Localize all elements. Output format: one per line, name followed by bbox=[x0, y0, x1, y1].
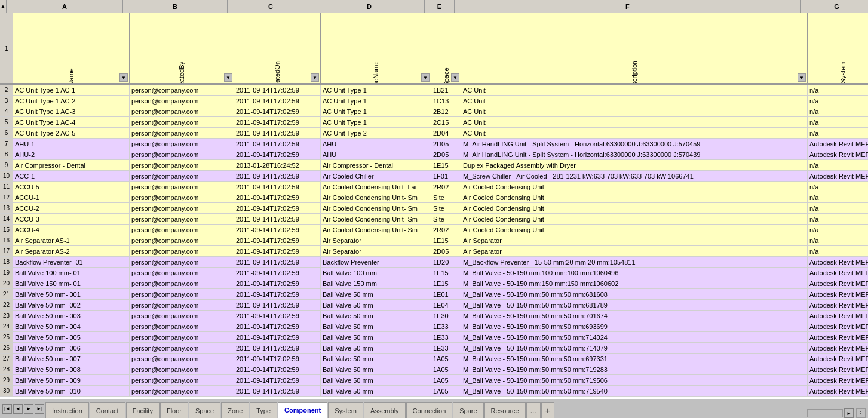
cell-createdon[interactable]: 2011-09-14T17:02:59 bbox=[234, 278, 321, 288]
tab-instruction[interactable]: Instruction bbox=[45, 402, 89, 418]
sheet-options[interactable]: ⋮ bbox=[856, 408, 866, 418]
tab-facility[interactable]: Facility bbox=[126, 402, 160, 418]
cell-extsystem[interactable]: Autodesk Revit MEP 20 bbox=[808, 375, 868, 385]
cell-space[interactable]: 1E15 bbox=[431, 160, 461, 170]
cell-name[interactable]: Ball Valve 50 mm- 010 bbox=[13, 386, 130, 396]
table-row[interactable]: 5AC Unit Type 1 AC-4person@company.com20… bbox=[0, 117, 868, 128]
cell-extsystem[interactable]: n/a bbox=[808, 96, 868, 106]
cell-createdby[interactable]: person@company.com bbox=[130, 375, 234, 385]
cell-createdon[interactable]: 2011-09-14T17:02:59 bbox=[234, 117, 321, 127]
cell-typename[interactable]: Ball Valve 50 mm bbox=[321, 386, 431, 396]
cell-extsystem[interactable]: n/a bbox=[808, 128, 868, 138]
cell-createdon[interactable]: 2011-09-14T17:02:59 bbox=[234, 235, 321, 245]
tab-more[interactable]: ... bbox=[526, 402, 541, 418]
tab-add-sheet[interactable]: + bbox=[541, 402, 554, 418]
cell-space[interactable]: 1A05 bbox=[431, 375, 461, 385]
table-row[interactable]: 27Ball Valve 50 mm- 007person@company.co… bbox=[0, 354, 868, 364]
cell-space[interactable]: 1A05 bbox=[431, 364, 461, 374]
table-row[interactable]: 9Air Compressor - Dentalperson@company.c… bbox=[0, 160, 868, 171]
table-row[interactable]: 3AC Unit Type 1 AC-2person@company.com20… bbox=[0, 96, 868, 106]
cell-description[interactable]: AC Unit bbox=[461, 96, 808, 106]
cell-createdon[interactable]: 2011-09-14T17:02:59 bbox=[234, 128, 321, 138]
cell-name[interactable]: Ball Valve 50 mm- 002 bbox=[13, 300, 130, 310]
table-row[interactable]: 15ACCU-4person@company.com2011-09-14T17:… bbox=[0, 225, 868, 235]
cell-createdby[interactable]: person@company.com bbox=[130, 182, 234, 192]
cell-description[interactable]: M_Ball Valve - 50-150 mm:100 mm:100 mm:1… bbox=[461, 268, 808, 278]
cell-space[interactable]: 1D20 bbox=[431, 257, 461, 267]
cell-space[interactable]: Site bbox=[431, 192, 461, 202]
table-row[interactable]: 13ACCU-2person@company.com2011-09-14T17:… bbox=[0, 203, 868, 214]
tab-spare[interactable]: Spare bbox=[453, 402, 483, 418]
cell-createdon[interactable]: 2013-01-28T16:24:52 bbox=[234, 160, 321, 170]
cell-createdby[interactable]: person@company.com bbox=[130, 235, 234, 245]
cell-extsystem[interactable]: n/a bbox=[808, 235, 868, 245]
table-row[interactable]: 30Ball Valve 50 mm- 010person@company.co… bbox=[0, 386, 868, 397]
tab-nav-next[interactable]: ► bbox=[24, 404, 33, 414]
cell-typename[interactable]: AC Unit Type 1 bbox=[321, 106, 431, 116]
cell-createdby[interactable]: person@company.com bbox=[130, 128, 234, 138]
cell-name[interactable]: Ball Valve 50 mm- 004 bbox=[13, 321, 130, 331]
cell-description[interactable]: AC Unit bbox=[461, 106, 808, 116]
cell-createdon[interactable]: 2011-09-14T17:02:59 bbox=[234, 203, 321, 213]
cell-createdon[interactable]: 2011-09-14T17:02:59 bbox=[234, 139, 321, 149]
cell-extsystem[interactable]: n/a bbox=[808, 192, 868, 202]
cell-typename[interactable]: Ball Valve 50 mm bbox=[321, 311, 431, 321]
table-row[interactable]: 8AHU-2person@company.com2011-09-14T17:02… bbox=[0, 149, 868, 160]
cell-typename[interactable]: Air Cooled Condensing Unit- Sm bbox=[321, 225, 431, 235]
table-row[interactable]: 23Ball Valve 50 mm- 003person@company.co… bbox=[0, 311, 868, 321]
cell-createdon[interactable]: 2011-09-14T17:02:59 bbox=[234, 257, 321, 267]
cell-createdby[interactable]: person@company.com bbox=[130, 106, 234, 116]
cell-name[interactable]: AHU-2 bbox=[13, 149, 130, 159]
cell-name[interactable]: AHU-1 bbox=[13, 139, 130, 149]
table-row[interactable]: 25Ball Valve 50 mm- 005person@company.co… bbox=[0, 332, 868, 343]
cell-extsystem[interactable]: n/a bbox=[808, 225, 868, 235]
cell-space[interactable]: 2C15 bbox=[431, 117, 461, 127]
cell-typename[interactable]: Ball Valve 50 mm bbox=[321, 364, 431, 374]
cell-space[interactable]: 1E01 bbox=[431, 289, 461, 299]
tab-component[interactable]: Component bbox=[278, 402, 327, 418]
cell-space[interactable]: 2D04 bbox=[431, 128, 461, 138]
cell-createdby[interactable]: person@company.com bbox=[130, 354, 234, 364]
cell-space[interactable]: 2D05 bbox=[431, 246, 461, 256]
table-row[interactable]: 24Ball Valve 50 mm- 004person@company.co… bbox=[0, 321, 868, 332]
scroll-right[interactable]: ► bbox=[844, 408, 854, 418]
cell-createdon[interactable]: 2011-09-14T17:02:59 bbox=[234, 85, 321, 95]
cell-space[interactable]: 1C13 bbox=[431, 96, 461, 106]
cell-extsystem[interactable]: Autodesk Revit MEP 20 bbox=[808, 278, 868, 288]
cell-createdon[interactable]: 2011-09-14T17:02:59 bbox=[234, 171, 321, 181]
cell-description[interactable]: M_Backflow Preventer - 15-50 mm:20 mm:20… bbox=[461, 257, 808, 267]
cell-typename[interactable]: Ball Valve 100 mm bbox=[321, 268, 431, 278]
cell-description[interactable]: Air Cooled Condensing Unit bbox=[461, 203, 808, 213]
cell-createdon[interactable]: 2011-09-14T17:02:59 bbox=[234, 182, 321, 192]
filter-dropdown-CreatedBy[interactable]: ▼ bbox=[224, 73, 232, 82]
cell-typename[interactable]: AHU bbox=[321, 139, 431, 149]
cell-createdby[interactable]: person@company.com bbox=[130, 139, 234, 149]
cell-createdon[interactable]: 2011-09-14T17:02:59 bbox=[234, 192, 321, 202]
table-row[interactable]: 17Air Separator AS-2person@company.com20… bbox=[0, 246, 868, 257]
cell-name[interactable]: Ball Valve 100 mm- 01 bbox=[13, 268, 130, 278]
table-row[interactable]: 14ACCU-3person@company.com2011-09-14T17:… bbox=[0, 214, 868, 225]
cell-createdon[interactable]: 2011-09-14T17:02:59 bbox=[234, 343, 321, 353]
table-row[interactable]: 29Ball Valve 50 mm- 009person@company.co… bbox=[0, 375, 868, 386]
cell-extsystem[interactable]: Autodesk Revit MEP 20 bbox=[808, 332, 868, 342]
cell-extsystem[interactable]: Autodesk Revit MEP 20 bbox=[808, 300, 868, 310]
cell-createdon[interactable]: 2011-09-14T17:02:59 bbox=[234, 354, 321, 364]
cell-createdby[interactable]: person@company.com bbox=[130, 203, 234, 213]
cell-description[interactable]: AC Unit bbox=[461, 117, 808, 127]
cell-extsystem[interactable]: n/a bbox=[808, 182, 868, 192]
cell-createdon[interactable]: 2011-09-14T17:02:59 bbox=[234, 268, 321, 278]
cell-description[interactable]: Air Separator bbox=[461, 246, 808, 256]
table-row[interactable]: 22Ball Valve 50 mm- 002person@company.co… bbox=[0, 300, 868, 311]
table-row[interactable]: 6AC Unit Type 2 AC-5person@company.com20… bbox=[0, 128, 868, 139]
cell-createdon[interactable]: 2011-09-14T17:02:59 bbox=[234, 300, 321, 310]
tab-connection[interactable]: Connection bbox=[406, 402, 453, 418]
cell-space[interactable]: 1E15 bbox=[431, 278, 461, 288]
cell-description[interactable]: M_Ball Valve - 50-150 mm:50 mm:50 mm:719… bbox=[461, 386, 808, 396]
cell-extsystem[interactable]: Autodesk Revit MEP 20 bbox=[808, 149, 868, 159]
header-cell-CreatedOn[interactable]: CreatedOn ▼ bbox=[234, 13, 321, 84]
cell-space[interactable]: 1E33 bbox=[431, 321, 461, 331]
cell-extsystem[interactable]: n/a bbox=[808, 214, 868, 224]
table-row[interactable]: 16Air Separator AS-1person@company.com20… bbox=[0, 235, 868, 246]
table-row[interactable]: 21Ball Valve 50 mm- 001person@company.co… bbox=[0, 289, 868, 300]
table-row[interactable]: 18Backflow Preventer- 01person@company.c… bbox=[0, 257, 868, 268]
